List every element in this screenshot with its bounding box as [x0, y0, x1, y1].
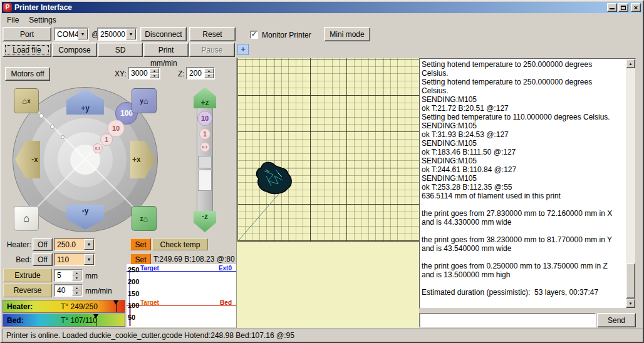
compose-label: Compose — [58, 46, 90, 54]
reset-button[interactable]: Reset — [189, 27, 236, 41]
mini-mode-button[interactable]: Mini mode — [324, 27, 370, 41]
print-bed-viewport[interactable] — [236, 58, 419, 328]
z-step-01-badge[interactable]: 0.1 — [200, 142, 210, 152]
send-button[interactable]: Send — [597, 313, 636, 327]
heater-temp-combobox[interactable]: 250.0 ▼ — [54, 238, 95, 251]
chevron-down-icon[interactable]: ▼ — [150, 73, 159, 78]
scroll-down-icon[interactable]: ▼ — [626, 299, 635, 308]
z-minus-label: -z — [202, 212, 208, 221]
control-panel: Motors off mm/min XY: 3000 ▲▼ Z: 200 ▲▼ … — [1, 58, 236, 328]
tab-sd[interactable]: SD — [98, 43, 143, 57]
z-track-segment[interactable] — [198, 156, 212, 168]
motors-off-button[interactable]: Motors off — [5, 67, 50, 81]
ext0-legend-label: Ext0 — [219, 265, 232, 272]
jog-step-1-badge[interactable]: 1 — [100, 133, 113, 146]
z-step-1-label: 1 — [203, 131, 207, 138]
status-text: Printer is online. Loaded duckie_cookie_… — [3, 331, 294, 340]
chevron-up-icon[interactable]: ▲ — [72, 270, 81, 275]
scrollbar-thumb[interactable] — [626, 263, 635, 299]
chevron-down-icon[interactable]: ▼ — [84, 239, 94, 250]
log-line: Setting bed temperature to 110.000000 de… — [422, 113, 626, 121]
heater-off-button[interactable]: Off — [33, 238, 53, 251]
chevron-up-icon[interactable]: ▲ — [150, 68, 159, 73]
monitor-printer-checkbox[interactable]: ✓ — [250, 31, 258, 39]
log-line: the print goes from 0.250000 mm to 13.75… — [422, 262, 626, 270]
chevron-down-icon[interactable]: ▼ — [78, 29, 88, 39]
bed-legend-label: Bed — [220, 299, 232, 306]
extrude-speed-value: 40 — [57, 286, 65, 295]
home-x-label: x — [27, 98, 31, 105]
jog-step-01-badge[interactable]: 0.1 — [93, 143, 103, 153]
chevron-up-icon[interactable]: ▲ — [204, 68, 214, 73]
check-icon: ✓ — [251, 30, 257, 38]
menu-bar: File Settings — [2, 14, 642, 26]
disconnect-label: Disconnect — [145, 30, 182, 39]
minimize-button[interactable] — [607, 3, 617, 12]
chevron-down-icon[interactable]: ▼ — [84, 254, 94, 265]
check-temp-button[interactable]: Check temp — [152, 238, 208, 250]
temp-readout: T:249.69 B:108.23 @:80 — [153, 255, 235, 264]
z-plus-button[interactable]: +z — [194, 87, 216, 108]
xy-feed-value: 3000 — [131, 69, 148, 78]
title-bar[interactable]: P Printer Interface × — [2, 2, 642, 13]
scroll-up-icon[interactable]: ▲ — [626, 59, 635, 68]
chevron-up-icon[interactable]: ▲ — [72, 285, 81, 290]
jog-dot — [61, 135, 65, 139]
minus-y-label: -y — [82, 207, 89, 215]
extrude-amount-spinner[interactable]: 5 ▲▼ — [54, 269, 83, 282]
close-button[interactable]: × — [631, 3, 641, 12]
add-tab-button[interactable]: + — [237, 44, 249, 55]
chevron-down-icon[interactable]: ▼ — [72, 290, 81, 295]
xy-feed-label: XY: — [115, 69, 127, 78]
z-step-10-badge[interactable]: 10 — [197, 111, 212, 126]
minimize-icon — [610, 8, 615, 9]
bed-target-label: Target — [140, 299, 159, 306]
port-combobox[interactable]: COM4 ▼ — [54, 28, 89, 41]
z-track-segment[interactable] — [198, 170, 212, 191]
bed-off-label: Off — [38, 255, 48, 264]
tab-load-file[interactable]: Load file — [3, 43, 51, 57]
log-line: and is 13.500000 mm high — [422, 270, 626, 279]
graph-y-label: 100 — [127, 300, 139, 312]
plus-icon: + — [241, 45, 245, 54]
home-all-button[interactable]: ⌂ — [14, 206, 39, 231]
bed-temp-combobox[interactable]: 110 ▼ — [54, 253, 95, 266]
log-scrollbar[interactable]: ▲ ▼ — [626, 59, 635, 308]
maximize-button[interactable] — [618, 3, 628, 12]
home-x-button[interactable]: ⌂x — [14, 88, 39, 113]
log-line: SENDING:M105 — [422, 139, 626, 148]
log-line: and is 43.540000 mm wide — [422, 244, 626, 253]
chevron-down-icon[interactable]: ▼ — [72, 275, 81, 280]
z-feed-spinner[interactable]: 200 ▲▼ — [186, 67, 215, 79]
chevron-down-icon[interactable]: ▼ — [204, 73, 214, 78]
extrude-speed-spinner[interactable]: 40 ▲▼ — [54, 284, 83, 297]
jog-step-10-label: 10 — [112, 125, 120, 132]
heater-gauge-label: Heater: — [3, 302, 33, 311]
xy-feed-spinner[interactable]: 3000 ▲▼ — [128, 67, 160, 79]
tab-pause: Pause — [189, 43, 235, 57]
extrude-button[interactable]: Extrude — [3, 269, 52, 282]
menu-file[interactable]: File — [2, 14, 24, 26]
send-command-input[interactable] — [419, 313, 596, 327]
heater-temp-value: 250.0 — [57, 240, 76, 249]
home-icon: ⌂ — [22, 96, 27, 106]
baud-combobox[interactable]: 250000 ▼ — [97, 28, 137, 41]
z-minus-button[interactable]: -z — [194, 211, 216, 232]
z-plus-label: +z — [200, 98, 209, 107]
home-z-button[interactable]: z⌂ — [132, 206, 157, 231]
menu-settings[interactable]: Settings — [24, 14, 61, 26]
port-button[interactable]: Port — [3, 27, 51, 41]
tab-print[interactable]: Print — [143, 43, 189, 57]
heater-set-button[interactable]: Set — [130, 238, 151, 250]
print-label: Print — [158, 46, 174, 54]
home-y-button[interactable]: y⌂ — [132, 88, 157, 113]
disconnect-button[interactable]: Disconnect — [140, 27, 187, 41]
log-line: SENDING:M105 — [422, 121, 626, 130]
reverse-button[interactable]: Reverse — [3, 284, 52, 297]
log-output[interactable]: Setting hotend temperature to 250.000000… — [422, 60, 626, 307]
log-line: Celsius. — [422, 86, 626, 95]
tab-compose[interactable]: Compose — [52, 43, 97, 57]
z-step-1-badge[interactable]: 1 — [199, 128, 210, 140]
bed-off-button[interactable]: Off — [33, 253, 53, 266]
chevron-down-icon[interactable]: ▼ — [126, 29, 136, 39]
